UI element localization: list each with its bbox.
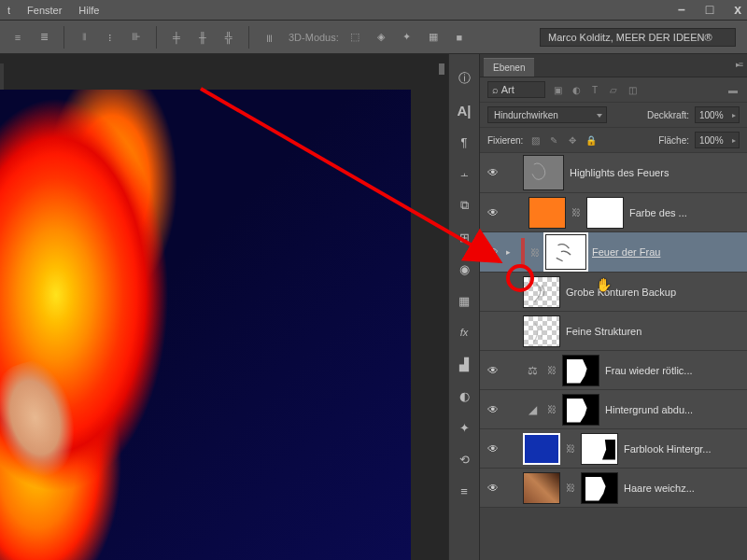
- layer-name[interactable]: Feuer der Frau: [592, 246, 741, 258]
- layer-name[interactable]: Farbe des ...: [629, 207, 741, 218]
- user-dropdown[interactable]: Marco Kolditz, MEER DER IDEEN®: [540, 28, 736, 47]
- visibility-icon[interactable]: 👁: [486, 166, 500, 179]
- swatches-icon[interactable]: ⊞: [455, 228, 473, 246]
- layer-thumbnail[interactable]: [529, 197, 566, 229]
- lock-paint-icon[interactable]: ✎: [547, 133, 560, 147]
- close-button[interactable]: x: [734, 2, 741, 17]
- distribute-icon[interactable]: ⫶: [100, 27, 120, 48]
- mask-thumbnail[interactable]: [581, 433, 618, 465]
- opacity-input[interactable]: 100%: [695, 106, 740, 123]
- document-canvas[interactable]: [0, 90, 411, 560]
- mask-link-icon[interactable]: ⛓: [530, 247, 540, 258]
- navigator-icon[interactable]: ✦: [455, 418, 473, 437]
- layer-name[interactable]: Haare weichz...: [624, 483, 741, 494]
- info-icon[interactable]: ⓘ: [455, 69, 473, 88]
- fx-icon[interactable]: fx: [455, 323, 473, 342]
- histogram-icon[interactable]: ▟: [455, 355, 473, 373]
- align-icon[interactable]: ≣: [34, 27, 54, 48]
- 3d-icon[interactable]: ◈: [371, 27, 391, 48]
- layer-thumbnail[interactable]: [523, 276, 560, 308]
- history-icon[interactable]: ⟲: [455, 450, 473, 469]
- align-icon[interactable]: ≡: [7, 27, 28, 48]
- filter-shape-icon[interactable]: ▱: [607, 83, 620, 96]
- menu-item-hilfe[interactable]: Hilfe: [78, 5, 99, 16]
- blend-opacity-row: Hindurchwirken Deckkraft: 100%: [480, 103, 747, 128]
- distribute-icon[interactable]: ╫: [192, 27, 213, 48]
- layer-row[interactable]: 👁 ⚖ ⛓ Frau wieder rötlic...: [480, 351, 747, 390]
- mask-thumbnail[interactable]: [581, 472, 618, 504]
- layer-row[interactable]: 👁 Highlights des Feuers: [480, 153, 747, 193]
- character-icon[interactable]: A|: [455, 101, 473, 119]
- minimize-button[interactable]: –: [678, 2, 685, 17]
- lock-transparent-icon[interactable]: ▨: [529, 133, 542, 147]
- layer-name[interactable]: Feine Strukturen: [566, 326, 741, 337]
- 3d-icon[interactable]: ■: [449, 27, 470, 48]
- menu-item-fenster[interactable]: Fenster: [27, 5, 62, 16]
- filter-smart-icon[interactable]: ◫: [626, 83, 639, 96]
- distribute-icon[interactable]: ╬: [218, 27, 239, 48]
- 3d-icon[interactable]: ✦: [397, 27, 417, 48]
- visibility-icon[interactable]: 👁: [486, 245, 500, 259]
- distribute-icon[interactable]: ⫼: [259, 27, 279, 48]
- styles-icon[interactable]: ▦: [455, 291, 473, 310]
- lock-fill-row: Fixieren: ▨ ✎ ✥ 🔒 Fläche: 100%: [480, 128, 747, 153]
- visibility-icon[interactable]: 👁: [486, 364, 500, 377]
- layer-row-selected[interactable]: 👁 ▸ ⛓ Feuer der Frau: [480, 232, 747, 273]
- visibility-icon[interactable]: 👁: [486, 442, 500, 455]
- mask-thumbnail[interactable]: [586, 197, 624, 229]
- layer-name[interactable]: Grobe Konturen Backup: [566, 287, 741, 298]
- color-icon[interactable]: ◉: [455, 259, 473, 278]
- layer-name[interactable]: Farblook Hintergr...: [624, 443, 741, 455]
- 3d-icon[interactable]: ▦: [423, 27, 444, 48]
- layer-row[interactable]: 👁 ⛓ Haare weichz...: [480, 469, 747, 508]
- menu-item[interactable]: t: [7, 5, 10, 16]
- paragraph-icon[interactable]: ¶: [455, 133, 473, 151]
- visibility-icon[interactable]: 👁: [486, 482, 500, 495]
- mask-thumbnail[interactable]: [562, 355, 599, 386]
- blend-mode-dropdown[interactable]: Hindurchwirken: [487, 106, 607, 123]
- layer-name[interactable]: Frau wieder rötlic...: [605, 365, 741, 376]
- mask-link-icon[interactable]: ⛓: [566, 483, 575, 493]
- layer-row[interactable]: 👁 ⛓ Farbe des ...: [480, 193, 747, 232]
- fill-input[interactable]: 100%: [695, 132, 740, 148]
- layer-thumbnail[interactable]: [523, 472, 560, 504]
- adjustments-icon[interactable]: ◐: [455, 386, 473, 405]
- filter-adjust-icon[interactable]: ◐: [570, 83, 583, 96]
- layer-thumbnail[interactable]: [523, 155, 564, 190]
- filter-toggle[interactable]: ▬: [726, 83, 740, 96]
- tab-ebenen[interactable]: Ebenen: [484, 58, 534, 77]
- maximize-button[interactable]: □: [706, 2, 713, 17]
- layer-row[interactable]: 👁 Feine Strukturen: [480, 312, 747, 351]
- 3d-icon[interactable]: ⬚: [345, 27, 365, 48]
- mask-thumbnail[interactable]: [562, 394, 599, 426]
- layer-row[interactable]: 👁 ◢ ⛓ Hintergrund abdu...: [480, 390, 747, 429]
- layer-row[interactable]: 👁 Grobe Konturen Backup: [480, 273, 747, 312]
- layer-thumbnail[interactable]: [523, 433, 560, 465]
- clone-icon[interactable]: ⧉: [455, 196, 473, 215]
- layer-thumbnail[interactable]: [523, 315, 560, 347]
- layer-row[interactable]: 👁 ⛓ Farblook Hintergr...: [480, 429, 747, 469]
- visibility-icon[interactable]: 👁: [486, 286, 500, 299]
- menubar: t Fenster Hilfe – □ x: [0, 0, 747, 21]
- distribute-icon[interactable]: ⊪: [126, 27, 147, 48]
- expand-icon[interactable]: ▸: [506, 247, 515, 257]
- mask-link-icon[interactable]: ⛓: [571, 207, 581, 217]
- layer-name[interactable]: Hintergrund abdu...: [605, 404, 741, 415]
- mask-link-icon[interactable]: ⛓: [566, 443, 575, 454]
- mask-link-icon[interactable]: ⛓: [547, 365, 557, 375]
- filter-pixel-icon[interactable]: ▣: [551, 83, 564, 96]
- lock-position-icon[interactable]: ✥: [566, 133, 579, 147]
- layers-icon[interactable]: ≡: [455, 482, 473, 500]
- mask-link-icon[interactable]: ⛓: [547, 404, 557, 414]
- visibility-icon[interactable]: 👁: [486, 325, 500, 338]
- visibility-icon[interactable]: 👁: [486, 206, 500, 219]
- layer-search[interactable]: ⌕ Art: [487, 81, 545, 98]
- lock-all-icon[interactable]: 🔒: [585, 133, 598, 147]
- distribute-icon[interactable]: ╪: [166, 27, 187, 48]
- distribute-icon[interactable]: ⫴: [74, 27, 94, 48]
- brush-icon[interactable]: ⫠: [455, 164, 473, 183]
- mask-thumbnail[interactable]: [545, 234, 586, 270]
- filter-type-icon[interactable]: T: [588, 83, 601, 96]
- visibility-icon[interactable]: 👁: [486, 403, 500, 416]
- layer-name[interactable]: Highlights des Feuers: [570, 167, 741, 178]
